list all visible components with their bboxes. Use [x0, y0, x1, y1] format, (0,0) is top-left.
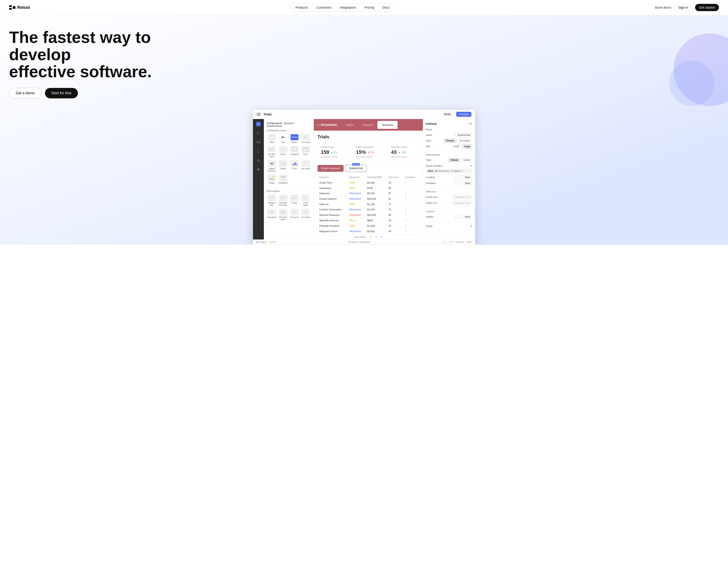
table-row[interactable]: Vanguard Vision Midmarket $3,600 49 ✓	[317, 229, 419, 234]
nav-customers[interactable]: Customers	[312, 4, 335, 11]
nav-products[interactable]: Products	[292, 4, 312, 11]
extend-trial-button[interactable]: button2 Extend trial	[345, 165, 367, 172]
book-demo-link[interactable]: Book demo	[655, 6, 671, 9]
preview-button[interactable]: Preview	[456, 112, 471, 117]
component-grid: Table M+ Text Action Button	[267, 133, 311, 185]
rp-hidden-label: Hidden	[426, 216, 434, 218]
td-contacted: ✓	[403, 218, 419, 223]
app-tabs: Sales Support Success	[341, 121, 398, 129]
table-body: Zenith Tech SMB $1,600 78 ✓ Sandstone Mi…	[317, 180, 419, 234]
component-text-input[interactable]: T—| Text input	[301, 133, 311, 144]
component-modal[interactable]: Modal	[278, 159, 288, 173]
component-text[interactable]: M+ Text	[278, 133, 288, 144]
table-row[interactable]: Ocelot Systems Midmarket $40,000 62 ✓	[317, 196, 419, 202]
tab-modules[interactable]: Modules	[284, 122, 294, 126]
rp-label-value[interactable]: Extend trial	[454, 133, 472, 137]
download-icon[interactable]: ⬇	[375, 236, 377, 238]
get-demo-button[interactable]: Get a demo	[9, 88, 41, 99]
console-link[interactable]: Console	[456, 241, 464, 243]
sign-in-button[interactable]: Sign in	[674, 4, 692, 11]
rp-prefix-placeholder[interactable]: Select an icon	[452, 195, 472, 199]
tab-components[interactable]: Components	[267, 122, 282, 126]
rp-disabled-value[interactable]: false	[454, 181, 472, 185]
ti-text-input[interactable]: T—| Text input	[301, 208, 311, 222]
type2-default-button[interactable]: Default	[448, 158, 460, 162]
logo: Retool	[9, 5, 30, 10]
component-number-input[interactable]: #—| Number input	[267, 145, 277, 158]
component-keyvalue[interactable]: Key value	[301, 159, 311, 173]
component-select[interactable]: ▾— Select	[278, 145, 288, 158]
ti-editable-textarea[interactable]: ≡—✎ Editable text area	[278, 194, 288, 207]
component-tabbed[interactable]: AB Tabbed Container	[267, 159, 277, 173]
sidebar-icon-code[interactable]: </>	[256, 140, 261, 145]
component-table[interactable]: Table	[267, 133, 277, 144]
add-styles-button[interactable]: +	[470, 224, 472, 229]
table-row[interactable]: Sandstone Micro $700 56	[317, 185, 419, 191]
nav-docs[interactable]: Docs	[379, 4, 393, 11]
rp-component-name: button2	[426, 122, 437, 125]
ti-json-icon: {}	[302, 195, 310, 201]
sidebar-icon-connect[interactable]: ⌂	[256, 149, 261, 154]
td-score: 49	[387, 229, 403, 234]
component-button[interactable]: Action Button	[289, 133, 300, 144]
td-contacted: ✓	[403, 191, 419, 196]
email-customer-button[interactable]: Email customer	[317, 165, 343, 172]
ti-rich-text[interactable]: B/U≡ Rich text editor	[278, 208, 288, 222]
sidebar-icon-pointer[interactable]: ↖	[256, 131, 261, 135]
component-image[interactable]: Image	[267, 174, 277, 185]
get-started-button[interactable]: Get started	[695, 4, 719, 11]
nav-pricing[interactable]: Pricing	[361, 4, 378, 11]
sidebar-icon-settings[interactable]: ⚙	[256, 167, 261, 172]
size-small-button[interactable]: Small	[451, 144, 461, 149]
table-footer: 420 results ⚡ ⬇ ↺	[317, 234, 419, 240]
table-row[interactable]: Helix Inc. SMB $1,300 71	[317, 202, 419, 207]
rp-hidden-value[interactable]: false	[454, 215, 472, 219]
ti-json[interactable]: {} JSON editor	[301, 194, 311, 207]
refresh-icon[interactable]: ↺	[381, 236, 382, 238]
menu-icon[interactable]	[257, 113, 261, 116]
ti-editable-text[interactable]: T—✎ Editable text	[267, 194, 277, 207]
ti-password[interactable]: 🔑 Password	[267, 208, 277, 222]
component-number-label: Number input	[267, 153, 276, 158]
app-tab-sales[interactable]: Sales	[341, 121, 358, 129]
app-tab-support[interactable]: Support	[358, 121, 378, 129]
ti-email[interactable]: @—| Email	[289, 194, 300, 207]
app-tab-success[interactable]: Success	[378, 121, 398, 129]
start-free-button[interactable]: Start for free	[45, 88, 78, 98]
hero-headline: The fastest way to develop effective sof…	[9, 29, 195, 80]
component-chart[interactable]: Chart	[289, 159, 300, 173]
table-row[interactable]: Palisade Solutions SMB $1,900 76 ✓	[317, 223, 419, 229]
svg-rect-11	[294, 164, 294, 165]
type-primary-button[interactable]: Primary	[444, 139, 457, 143]
stat-new-since: Since last week	[391, 156, 416, 158]
table-row[interactable]: Asteroid Networks Enterprise $45,000 49 …	[317, 212, 419, 218]
share-button[interactable]: Share	[441, 111, 454, 117]
sidebar-icon-clock[interactable]: ⊙	[256, 158, 261, 163]
sidebar-icon-add[interactable]: +	[256, 122, 261, 126]
table-row[interactable]: Conduit Corporation Midmarket $4,200 73 …	[317, 207, 419, 212]
rp-more-button[interactable]: •••	[468, 122, 472, 126]
size-large-button[interactable]: Large	[462, 144, 472, 149]
help-link[interactable]: Help	[467, 241, 471, 243]
component-navigation[interactable]: Navigation	[278, 174, 288, 185]
filter-icon[interactable]: ⚡	[369, 236, 371, 238]
td-customer: Palisade Solutions	[317, 223, 348, 229]
rp-suffix-placeholder[interactable]: Select an icon	[452, 201, 472, 205]
event-handler-item[interactable]: Click getInvoices.trigger()	[426, 168, 472, 174]
rp-loading-value[interactable]: false	[454, 175, 472, 179]
svg-rect-7	[303, 147, 308, 151]
nav-integrations[interactable]: Integrations	[336, 4, 360, 11]
version-label: v1.0.0	[269, 241, 276, 243]
add-event-handler-button[interactable]: +	[470, 164, 472, 168]
type-secondary-button[interactable]: Secondary	[457, 139, 472, 143]
table-row[interactable]: Zenith Tech SMB $1,600 78 ✓	[317, 180, 419, 185]
app-mockup: Trials Share Preview + ↖ </> ⌂ ⊙ ⚙	[9, 109, 719, 245]
type2-submit-button[interactable]: Submit	[461, 158, 472, 162]
table-row[interactable]: Algorithm Avenue Micro $800 28 ✓	[317, 218, 419, 223]
td-contacted: ✓	[403, 229, 419, 234]
component-form[interactable]: Form	[301, 145, 311, 158]
rp-type-buttons: Primary Secondary	[444, 139, 472, 143]
ti-textarea[interactable]: ≡—| Text area	[289, 208, 300, 222]
component-container[interactable]: Container	[289, 145, 300, 158]
table-row[interactable]: Galactica Midmarket $3,400 87 ✓	[317, 191, 419, 196]
